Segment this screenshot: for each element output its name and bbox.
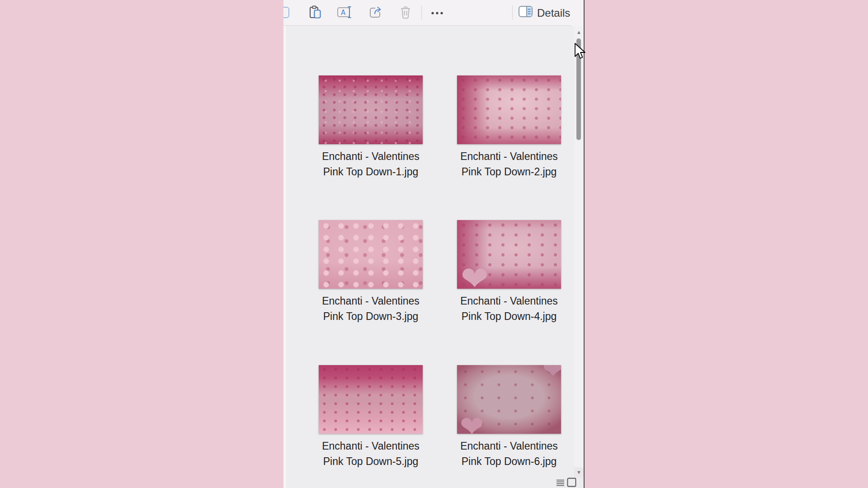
file-name: Enchanti - Valentines Pink Top Down-3.jp…: [314, 293, 428, 324]
file-item[interactable]: Enchanti - Valentines Pink Top Down-5.jp…: [307, 365, 434, 469]
rename-icon: A: [337, 5, 352, 20]
paste-button[interactable]: [307, 5, 323, 21]
delete-trash-icon: [399, 5, 412, 20]
file-item[interactable]: Enchanti - Valentines Pink Top Down-1.jp…: [307, 75, 434, 179]
file-name: Enchanti - Valentines Pink Top Down-2.jp…: [452, 149, 566, 179]
paste-icon: [308, 5, 322, 20]
mouse-cursor: [574, 43, 586, 62]
delete-button[interactable]: [397, 5, 414, 21]
file-item[interactable]: ❤ ❤ Enchanti - Valentines Pink Top Down-…: [445, 365, 573, 469]
file-name: Enchanti - Valentines Pink Top Down-1.jp…: [314, 149, 428, 179]
share-button[interactable]: [367, 5, 383, 21]
file-name: Enchanti - Valentines Pink Top Down-4.jp…: [452, 293, 566, 324]
copy-icon: [283, 6, 290, 20]
file-name: Enchanti - Valentines Pink Top Down-6.jp…: [452, 438, 566, 469]
more-options-button[interactable]: [429, 5, 445, 21]
details-pane-icon: [519, 6, 533, 20]
file-item[interactable]: Enchanti - Valentines Pink Top Down-2.jp…: [445, 75, 573, 179]
details-toggle-button[interactable]: Details: [519, 6, 570, 20]
toolbar-divider: [421, 5, 422, 20]
details-label: Details: [537, 7, 570, 19]
rename-button[interactable]: A: [336, 5, 353, 21]
file-item[interactable]: ❤ Enchanti - Valentines Pink Top Down-4.…: [445, 220, 573, 324]
file-item[interactable]: Enchanti - Valentines Pink Top Down-3.jp…: [307, 220, 434, 324]
heart-shape: ❤: [542, 365, 561, 382]
large-thumbnails-view-button[interactable]: [566, 478, 577, 488]
file-thumbnail[interactable]: [457, 75, 561, 144]
command-toolbar: A: [283, 0, 584, 26]
content-left-edge: [283, 26, 286, 488]
file-name: Enchanti - Valentines Pink Top Down-5.jp…: [314, 438, 428, 469]
scroll-down-icon[interactable]: ▼: [574, 467, 584, 478]
file-thumbnail[interactable]: [319, 365, 423, 434]
share-icon: [368, 5, 382, 20]
scroll-up-icon[interactable]: ▲: [574, 29, 584, 35]
file-thumbnail[interactable]: ❤: [457, 220, 561, 289]
more-options-icon: [431, 9, 443, 16]
large-thumbnails-view-icon: [567, 478, 576, 488]
file-thumbnail[interactable]: [319, 75, 423, 144]
copy-button[interactable]: [283, 5, 292, 21]
list-view-button[interactable]: [555, 479, 565, 488]
file-thumbnail[interactable]: ❤ ❤: [457, 365, 561, 434]
heart-shape: ❤: [460, 412, 484, 434]
heart-shape: ❤: [461, 262, 489, 289]
toolbar-separator: [283, 25, 571, 26]
toolbar-divider: [512, 5, 513, 20]
list-view-icon: [556, 479, 565, 488]
scrollbar[interactable]: ▲ ▼: [574, 26, 584, 478]
file-thumbnail[interactable]: [319, 220, 423, 289]
svg-text:A: A: [341, 9, 346, 17]
file-explorer-window: A: [283, 0, 585, 488]
